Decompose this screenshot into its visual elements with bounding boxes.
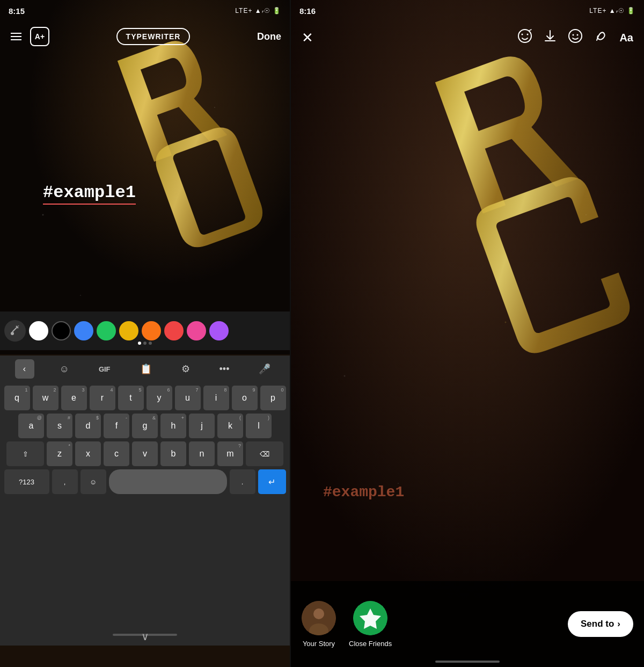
your-story-avatar <box>302 601 336 635</box>
send-to-arrow: › <box>617 619 620 629</box>
color-red[interactable] <box>164 321 184 340</box>
key-space[interactable] <box>109 469 227 494</box>
home-indicator-right <box>435 661 500 663</box>
text-tool-button[interactable]: Aa <box>619 32 633 44</box>
key-w[interactable]: w2 <box>33 386 58 410</box>
key-m[interactable]: m? <box>217 441 243 466</box>
eyedropper-button[interactable] <box>4 320 26 342</box>
key-h[interactable]: h+ <box>160 414 186 438</box>
right-tools: Aa <box>517 28 633 47</box>
dot-3 <box>149 342 152 345</box>
key-backspace[interactable]: ⌫ <box>246 441 283 466</box>
svg-point-15 <box>518 30 531 42</box>
key-n[interactable]: n <box>189 441 215 466</box>
left-status-icons: LTE+ ▲ᵣ☉ 🔋 <box>235 7 281 15</box>
clipboard-button[interactable]: 📋 <box>136 359 156 379</box>
gif-button[interactable]: GIF <box>94 361 115 378</box>
your-story-option[interactable]: Your Story <box>302 601 336 648</box>
svg-point-2 <box>42 214 44 216</box>
more-button[interactable]: ••• <box>215 359 234 379</box>
key-x[interactable]: x <box>75 441 101 466</box>
key-period[interactable]: . <box>230 469 255 494</box>
download-icon[interactable] <box>543 29 557 46</box>
keyboard-row-1: q1 w2 e3 r4 t5 y6 u7 i8 o9 p0 <box>2 386 288 410</box>
your-story-label: Your Story <box>303 640 335 648</box>
close-friends-option[interactable]: Close Friends <box>349 601 392 648</box>
key-k[interactable]: k( <box>217 414 243 438</box>
color-yellow[interactable] <box>119 321 138 340</box>
key-e[interactable]: e3 <box>61 386 87 410</box>
sticker-face-icon[interactable] <box>517 28 532 47</box>
send-to-label: Send to <box>581 619 614 629</box>
color-black[interactable] <box>52 321 71 340</box>
svg-line-8 <box>17 325 19 327</box>
key-r[interactable]: r4 <box>90 386 115 410</box>
close-friends-avatar <box>353 601 387 635</box>
right-toolbar: ✕ <box>291 21 644 54</box>
key-s[interactable]: s# <box>47 414 72 438</box>
key-f[interactable]: f- <box>104 414 129 438</box>
dot-2 <box>143 342 147 345</box>
key-shift[interactable]: ⇧ <box>6 441 44 466</box>
hamburger-button[interactable] <box>9 31 24 42</box>
key-p[interactable]: p0 <box>260 386 286 410</box>
key-num[interactable]: ?123 <box>4 469 49 494</box>
done-button[interactable]: Done <box>257 31 281 42</box>
key-enter[interactable]: ↵ <box>258 469 286 494</box>
svg-point-3 <box>80 295 81 296</box>
sticker-key-button[interactable]: ☺ <box>55 359 74 379</box>
keyboard-back-button[interactable]: ‹ <box>15 359 34 379</box>
key-a[interactable]: a@ <box>18 414 44 438</box>
keyboard-row-3: ⇧ z* x c v b n m? ⌫ <box>2 441 288 466</box>
typewriter-button[interactable]: TYPEWRITER <box>116 28 191 45</box>
key-z[interactable]: z* <box>47 441 72 466</box>
keyboard: q1 w2 e3 r4 t5 y6 u7 i8 o9 p0 a@ s# d$ f… <box>0 382 290 646</box>
color-white[interactable] <box>29 321 48 340</box>
key-l[interactable]: l) <box>246 414 272 438</box>
key-b[interactable]: b <box>160 441 186 466</box>
draw-icon[interactable] <box>594 28 609 47</box>
keyboard-toolbar: ‹ ☺ GIF 📋 ⚙ ••• 🎤 <box>0 356 290 382</box>
right-status-icons: LTE+ ▲ᵣ☉ 🔋 <box>589 7 635 15</box>
color-pink[interactable] <box>187 321 206 340</box>
collapse-keyboard-button[interactable]: ∨ <box>141 630 149 643</box>
key-v[interactable]: v <box>132 441 158 466</box>
color-purple[interactable] <box>209 321 229 340</box>
send-to-button[interactable]: Send to › <box>568 611 633 637</box>
close-friends-avatar-img <box>353 601 387 635</box>
key-c[interactable]: c <box>104 441 129 466</box>
key-d[interactable]: d$ <box>75 414 101 438</box>
key-y[interactable]: y6 <box>147 386 172 410</box>
key-q[interactable]: q1 <box>4 386 30 410</box>
text-overlay: #example1 <box>43 183 136 202</box>
color-blue[interactable] <box>74 321 93 340</box>
settings-button[interactable]: ⚙ <box>177 359 194 379</box>
svg-point-5 <box>11 332 14 335</box>
key-i[interactable]: i8 <box>203 386 229 410</box>
key-g[interactable]: g& <box>132 414 158 438</box>
left-toolbar: A+ TYPEWRITER Done <box>0 21 290 52</box>
emoji-sticker-icon[interactable] <box>568 28 583 47</box>
key-u[interactable]: u7 <box>175 386 201 410</box>
story-options: Your Story Close Friends <box>302 601 392 648</box>
close-button[interactable]: ✕ <box>302 31 313 45</box>
color-orange[interactable] <box>142 321 161 340</box>
mic-button[interactable]: 🎤 <box>254 359 275 379</box>
key-j[interactable]: j <box>189 414 215 438</box>
color-page-dots <box>138 342 152 345</box>
right-panel: 8:16 LTE+ ▲ᵣ☉ 🔋 ✕ <box>290 0 644 667</box>
key-o[interactable]: o9 <box>232 386 258 410</box>
font-size-button[interactable]: A+ <box>30 27 49 46</box>
right-text-overlay: #example1 <box>323 484 404 501</box>
overlay-text: #example1 <box>43 183 136 205</box>
key-emoji[interactable]: ☺ <box>80 469 106 494</box>
color-green[interactable] <box>97 321 116 340</box>
key-t[interactable]: t5 <box>118 386 144 410</box>
key-comma[interactable]: , <box>52 469 78 494</box>
svg-point-19 <box>573 34 574 36</box>
svg-point-17 <box>527 34 529 35</box>
left-photo-bg <box>0 0 290 354</box>
right-time: 8:16 <box>299 6 316 16</box>
svg-point-11 <box>344 375 346 377</box>
right-bottom-bar: Your Story Close Friends Send to › <box>291 581 644 667</box>
